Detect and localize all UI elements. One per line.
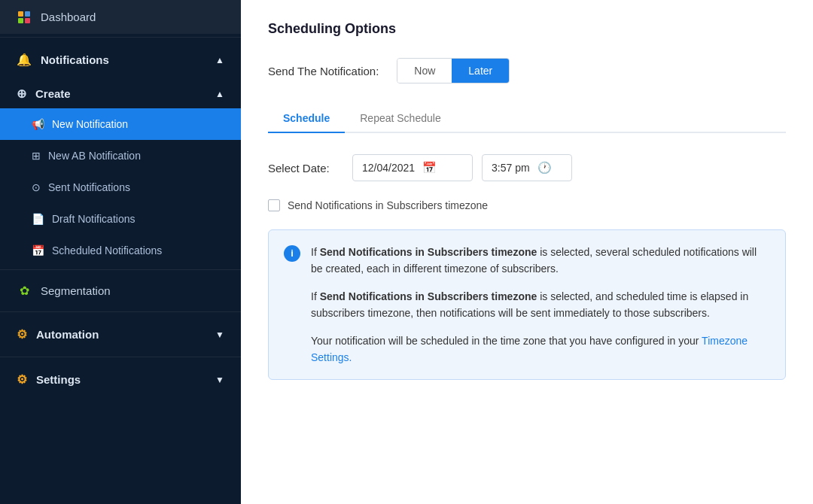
tab-schedule[interactable]: Schedule	[268, 105, 345, 133]
btn-later[interactable]: Later	[452, 59, 509, 83]
ab-test-icon: ⊞	[32, 150, 41, 162]
create-chevron-icon: ▲	[215, 89, 224, 99]
sidebar-settings-label: Settings	[36, 373, 81, 386]
info-p2-bold: Send Notifications in Subscribers timezo…	[320, 290, 537, 302]
sidebar-divider-4	[0, 357, 241, 357]
sidebar-segmentation-label: Segmentation	[41, 284, 111, 297]
main-content: Scheduling Options Send The Notification…	[241, 0, 813, 504]
sidebar-item-sent-notifications[interactable]: ⊙ Sent Notifications	[0, 172, 241, 203]
send-notification-row: Send The Notification: Now Later	[268, 58, 786, 83]
timezone-checkbox-label: Send Notifications in Subscribers timezo…	[288, 199, 488, 211]
info-content: If Send Notifications in Subscribers tim…	[311, 244, 770, 366]
sidebar-sent-label: Sent Notifications	[48, 181, 130, 193]
timezone-checkbox-row: Send Notifications in Subscribers timezo…	[268, 199, 786, 211]
timezone-checkbox[interactable]	[268, 199, 280, 211]
send-label: Send The Notification:	[268, 65, 379, 77]
bell-icon: 🔔	[17, 53, 32, 67]
sidebar-item-dashboard[interactable]: Dashboard	[0, 0, 241, 34]
checkmark-circle-icon: ⊙	[32, 181, 41, 193]
clock-icon: 🕐	[537, 161, 552, 175]
info-p1-bold: Send Notifications in Subscribers timezo…	[320, 246, 537, 258]
info-paragraph-1: If Send Notifications in Subscribers tim…	[311, 244, 770, 278]
send-toggle-group: Now Later	[397, 58, 510, 83]
sidebar-notifications-header[interactable]: 🔔 Notifications ▲	[0, 41, 241, 79]
info-paragraph-3: Your notification will be scheduled in t…	[311, 332, 770, 366]
page-title: Scheduling Options	[268, 21, 786, 37]
sidebar-dashboard-label: Dashboard	[41, 11, 96, 23]
sidebar-divider-1	[0, 37, 241, 38]
dashboard-icon	[17, 11, 32, 23]
sidebar-settings-header[interactable]: ⚙ Settings ▼	[0, 360, 241, 399]
date-label: Select Date:	[268, 162, 343, 175]
sidebar-scheduled-label: Scheduled Notifications	[52, 244, 162, 257]
sidebar-new-notification-label: New Notification	[52, 118, 128, 130]
info-p1-prefix: If	[311, 246, 320, 258]
sidebar: Dashboard 🔔 Notifications ▲ ⊕ Create ▲ 📢…	[0, 0, 241, 504]
calendar-input-icon: 📅	[422, 161, 437, 175]
tab-repeat-schedule[interactable]: Repeat Schedule	[345, 105, 455, 133]
sidebar-notifications-label: Notifications	[41, 53, 109, 66]
segmentation-icon: ✿	[17, 284, 32, 298]
megaphone-icon: 📢	[32, 118, 44, 130]
notifications-chevron-icon: ▲	[215, 55, 224, 65]
settings-chevron-icon: ▼	[215, 375, 224, 385]
calendar-icon: 📅	[32, 244, 44, 257]
info-box: i If Send Notifications in Subscribers t…	[268, 229, 786, 380]
sidebar-item-scheduled-notifications[interactable]: 📅 Scheduled Notifications	[0, 235, 241, 266]
btn-now[interactable]: Now	[397, 59, 452, 83]
sidebar-item-new-ab-notification[interactable]: ⊞ New AB Notification	[0, 140, 241, 172]
content-area: Scheduling Options Send The Notification…	[241, 0, 813, 504]
automation-icon: ⚙	[17, 327, 27, 342]
settings-gear-icon: ⚙	[17, 372, 27, 387]
sidebar-create-header[interactable]: ⊕ Create ▲	[0, 79, 241, 108]
sidebar-item-segmentation[interactable]: ✿ Segmentation	[0, 273, 241, 308]
date-input[interactable]: 12/04/2021 📅	[352, 154, 473, 181]
schedule-tabs: Schedule Repeat Schedule	[268, 105, 786, 133]
sidebar-automation-label: Automation	[36, 328, 99, 341]
sidebar-divider-3	[0, 311, 241, 312]
sidebar-draft-label: Draft Notifications	[52, 213, 135, 225]
automation-chevron-icon: ▼	[215, 329, 224, 340]
info-p2-prefix: If	[311, 290, 320, 302]
info-p3-prefix: Your notification will be scheduled in t…	[311, 335, 702, 347]
sidebar-new-ab-label: New AB Notification	[48, 150, 141, 162]
date-row: Select Date: 12/04/2021 📅 3:57 pm 🕐	[268, 154, 786, 181]
sidebar-create-label: Create	[35, 87, 71, 100]
sidebar-item-new-notification[interactable]: 📢 New Notification	[0, 108, 241, 140]
draft-icon: 📄	[32, 213, 44, 225]
time-value: 3:57 pm	[492, 162, 530, 174]
sidebar-automation-header[interactable]: ⚙ Automation ▼	[0, 315, 241, 354]
sidebar-item-draft-notifications[interactable]: 📄 Draft Notifications	[0, 203, 241, 235]
time-input[interactable]: 3:57 pm 🕐	[482, 154, 572, 181]
plus-circle-icon: ⊕	[17, 87, 26, 101]
info-paragraph-2: If Send Notifications in Subscribers tim…	[311, 288, 770, 322]
sidebar-divider-2	[0, 269, 241, 270]
date-value: 12/04/2021	[362, 162, 415, 174]
info-icon: i	[284, 245, 300, 262]
